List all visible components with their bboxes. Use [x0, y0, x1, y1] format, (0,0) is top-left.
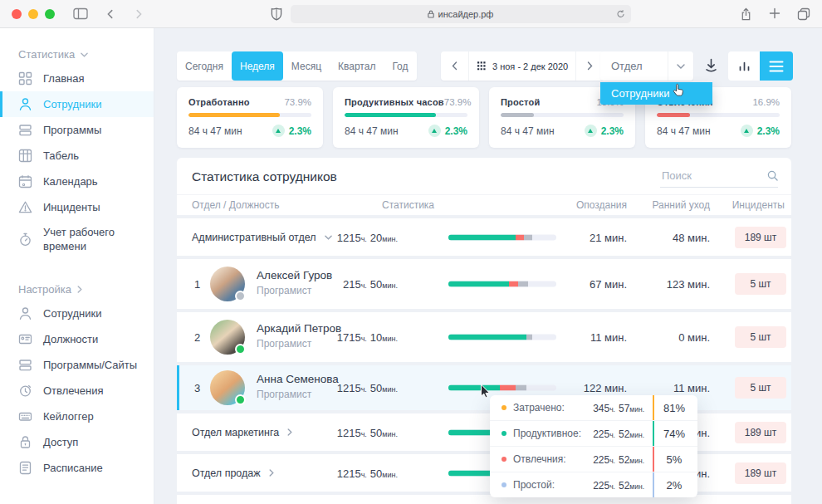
sidebar-item-kalendar[interactable]: Календарь — [0, 169, 154, 194]
kpi-title: Отработанно — [188, 97, 250, 107]
chevron-down-icon — [81, 52, 88, 57]
sidebar-item-label: Программы/Сайты — [43, 359, 137, 371]
schedule-icon — [18, 461, 32, 475]
search-input[interactable] — [660, 169, 760, 183]
sidebar-item-programmy[interactable]: Программы — [0, 117, 154, 143]
stat-bar[interactable] — [448, 234, 556, 240]
minimize-window-button[interactable] — [28, 9, 38, 19]
kpi-time: 84 ч 47 мин — [501, 125, 555, 137]
table-icon — [18, 149, 32, 163]
table-row-employee[interactable]: 2 Аркадий Петров Програмист 1715ч.10мин.… — [177, 312, 791, 362]
sidebar-item-programmy-sayty[interactable]: Программы/Сайты — [0, 352, 154, 378]
reload-icon[interactable] — [616, 9, 625, 19]
dashboard-icon — [18, 71, 32, 86]
sidebar-item-label: Отвлечения — [43, 384, 104, 397]
browser-sidebar-icon[interactable] — [73, 7, 88, 20]
table-row-department[interactable]: Отдел продаж 1215ч.50мин. 21 мин. 48 мин… — [177, 454, 791, 492]
tabs-overview-icon[interactable] — [797, 7, 810, 21]
employee-stats-table: Статистика сотрудников Отдел / Должность… — [177, 158, 791, 504]
list-view-button[interactable] — [760, 51, 793, 81]
table-row-department[interactable]: Отдел маркетинга 1215ч.50мин. 21 мин. 48… — [177, 413, 791, 451]
filter-selected-value: Отдел — [600, 60, 668, 72]
date-range-display[interactable]: 3 ноя - 2 дек 2020 — [469, 51, 575, 81]
row-number: 3 — [194, 382, 200, 394]
table-row-employee-selected[interactable]: 3 Анна Семенова Програмист 1215ч.50мин. … — [177, 365, 791, 410]
id-badge-icon — [18, 332, 32, 346]
sidebar-item-dostup[interactable]: Доступ — [0, 429, 154, 455]
sidebar-item-sotrudniki[interactable]: Сотрудники — [0, 91, 154, 117]
sidebar-item-settings-sotrudniki[interactable]: Сотрудники — [0, 301, 154, 326]
incidents-badge: 189 шт — [735, 227, 786, 248]
chevron-right-icon[interactable] — [269, 469, 274, 477]
group-filter-dropdown[interactable]: Отдел — [600, 51, 693, 81]
kpi-delta: 2.3% — [272, 125, 311, 137]
window-controls[interactable] — [12, 9, 55, 19]
sidebar-section-statistics[interactable]: Статистика — [18, 48, 154, 61]
sidebar-item-keylogger[interactable]: Кейлоггер — [0, 404, 154, 429]
new-tab-icon[interactable] — [769, 7, 780, 21]
address-bar-area: инсайдер.рф — [161, 5, 740, 23]
sidebar-item-label: Кейлоггер — [43, 410, 94, 423]
privacy-shield-icon[interactable] — [271, 7, 282, 21]
filter-option-employees[interactable]: Сотрудники — [600, 82, 712, 105]
sidebar-item-raspisanie[interactable]: Расписание — [0, 455, 154, 481]
search-box — [660, 169, 778, 188]
lock-icon — [18, 435, 32, 449]
stat-bar[interactable] — [448, 335, 556, 340]
up-arrow-icon — [428, 125, 441, 137]
stopwatch-icon — [18, 232, 32, 247]
keyboard-icon — [18, 409, 32, 423]
avatar — [210, 267, 245, 301]
stat-bar[interactable] — [448, 281, 556, 287]
url-field[interactable]: инсайдер.рф — [291, 5, 631, 23]
sidebar-item-uchet-vremeni[interactable]: Учет рабочего времени — [0, 220, 154, 260]
early-leave-value: 0 мин. — [639, 331, 710, 344]
sidebar-item-label: Инциденты — [43, 201, 100, 213]
stat-time: 1215ч.50мин. — [301, 426, 398, 438]
download-report-button[interactable] — [703, 57, 719, 74]
tab-month[interactable]: Месяц — [283, 51, 330, 81]
chevron-right-icon[interactable] — [287, 428, 292, 436]
sidebar-item-label: Календарь — [43, 175, 98, 188]
avatar — [210, 370, 245, 405]
sidebar-item-glavnaya[interactable]: Главная — [0, 66, 154, 91]
sidebar-item-otvlecheniya[interactable]: Отвлечения — [0, 378, 154, 404]
user-icon — [18, 97, 32, 111]
kpi-title: Продуктивных часов — [345, 97, 444, 107]
search-icon[interactable] — [767, 170, 778, 181]
sidebar-item-label: Главная — [43, 72, 84, 85]
kpi-progress-bar — [188, 113, 311, 117]
table-row-employee[interactable]: 1 Алексей Гуров Програмист 215ч.50мин. 6… — [177, 259, 791, 309]
tab-today[interactable]: Сегодня — [177, 51, 232, 81]
sidebar-item-dolzhnosti[interactable]: Должности — [0, 326, 154, 352]
sidebar-section-settings[interactable]: Настройка — [18, 283, 154, 296]
prev-period-button[interactable] — [441, 51, 469, 81]
forward-icon[interactable] — [133, 8, 144, 20]
late-value: 11 мин. — [559, 331, 627, 344]
department-name: Отдел продаж — [192, 467, 261, 479]
tab-quarter[interactable]: Квартал — [330, 51, 384, 81]
calendar-grid-icon — [477, 61, 487, 71]
maximize-window-button[interactable] — [45, 9, 55, 19]
tab-week[interactable]: Неделя — [232, 51, 283, 81]
stat-tooltip: Затрачено: 345ч.57мин. 81% Продуктивное:… — [490, 395, 697, 497]
close-window-button[interactable] — [12, 9, 22, 19]
sidebar-item-intsidenty[interactable]: Инциденты — [0, 194, 154, 220]
incidents-badge: 189 шт — [735, 422, 786, 443]
back-icon[interactable] — [105, 8, 116, 20]
table-row-department-partial[interactable]: 189 шт — [177, 495, 791, 504]
stat-bar[interactable] — [448, 385, 556, 391]
incidents-badge: 189 шт — [735, 462, 786, 484]
clock-icon — [18, 384, 32, 398]
chart-view-button[interactable] — [728, 51, 760, 81]
app-window: инсайдер.рф Статистика — [0, 0, 822, 504]
share-icon[interactable] — [740, 7, 752, 21]
tab-year[interactable]: Год — [384, 51, 416, 81]
department-name: Отдел маркетинга — [192, 427, 279, 438]
table-row-department[interactable]: Административный отдел 1215ч.20мин. 21 м… — [177, 218, 791, 256]
legend-dot — [502, 457, 506, 462]
column-header: Статистика — [382, 199, 434, 211]
sidebar-item-tabel[interactable]: Табель — [0, 143, 154, 169]
date-range-picker: 3 ноя - 2 дек 2020 — [441, 51, 604, 81]
chevron-right-icon — [77, 286, 82, 293]
